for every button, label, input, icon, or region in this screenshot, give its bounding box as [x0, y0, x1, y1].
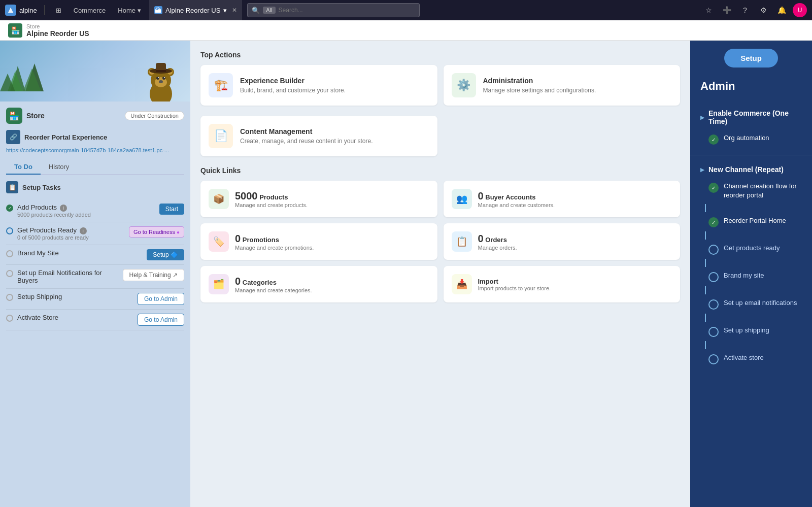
- activate-store-check: [708, 354, 719, 364]
- new-channel-header[interactable]: ▶ New Channel (Repeat): [700, 161, 802, 178]
- administration-card[interactable]: ⚙️ Administration Manage store settings …: [444, 65, 681, 106]
- topbar-actions: ☆ ➕ ? ⚙ 🔔 U: [701, 3, 807, 17]
- banner-mascot: [145, 61, 175, 102]
- help-training-button[interactable]: Help & Training ↗: [123, 269, 184, 281]
- quick-links-grid: 📦 5000 Products Manage and create produc…: [200, 181, 680, 302]
- orders-card[interactable]: 📋 0 Orders Manage orders.: [444, 223, 681, 260]
- add-button[interactable]: ➕: [720, 3, 734, 17]
- experience-builder-desc: Build, brand, and customize your store.: [240, 87, 346, 94]
- store-nav-name: Alpine Reorder US: [26, 29, 89, 38]
- promotions-icon: 🏷️: [209, 231, 229, 252]
- commerce-nav[interactable]: Commerce: [70, 0, 110, 20]
- experience-builder-title: Experience Builder: [240, 77, 346, 85]
- tab-icon: 🏔: [154, 6, 162, 14]
- home-nav[interactable]: Home ▾: [114, 0, 145, 20]
- get-products-info-icon[interactable]: i: [80, 227, 87, 234]
- org-automation-label: Org automation: [724, 133, 769, 143]
- activate-go-admin-button[interactable]: Go to Admin: [138, 314, 184, 326]
- experience-builder-icon: 🏗️: [209, 73, 233, 97]
- task-activate-store: Activate Store Go to Admin: [6, 310, 184, 330]
- top-actions-title: Top Actions: [200, 51, 680, 59]
- set-up-email-label: Set up email notifications: [724, 298, 797, 308]
- promotions-count: 0: [235, 233, 241, 244]
- set-up-email-item: Set up email notifications: [700, 294, 802, 314]
- active-tab[interactable]: 🏔 Alpine Reorder US ▾ ✕: [149, 0, 242, 20]
- set-up-shipping-item: Set up shipping: [700, 322, 802, 341]
- brand-my-site-label: Brand my site: [724, 271, 764, 280]
- search-bar[interactable]: 🔍 All: [247, 3, 420, 17]
- help-button[interactable]: ?: [738, 3, 752, 17]
- brand-setup-button[interactable]: Setup 🔷: [147, 249, 184, 260]
- search-filter[interactable]: All: [263, 7, 275, 14]
- task-email-notifications: Set up Email Notifications for Buyers He…: [6, 265, 184, 289]
- content-management-icon: 📄: [209, 124, 233, 148]
- categories-card[interactable]: 🗂️ 0 Categories Manage and create catego…: [200, 266, 437, 302]
- sidebar-banner: [0, 41, 190, 102]
- admin-title: Admin: [690, 76, 812, 101]
- tab-dropdown: ▾: [223, 7, 227, 14]
- enable-commerce-header[interactable]: ▶ Enable Commerce (One Time): [700, 105, 802, 129]
- brand-my-site-item: Brand my site: [700, 267, 802, 286]
- tab-close-button[interactable]: ✕: [232, 7, 237, 14]
- channel-creation-label: Channel creation flow for reorder portal: [724, 182, 802, 200]
- administration-title: Administration: [483, 77, 596, 85]
- go-to-readiness-button[interactable]: Go to Readiness ●: [129, 226, 184, 238]
- new-channel-label: New Channel (Repeat): [708, 165, 784, 174]
- orders-count: 0: [478, 233, 484, 244]
- grid-icon[interactable]: ⊞: [52, 0, 65, 20]
- setup-tasks-label: Setup Tasks: [22, 184, 61, 191]
- start-button[interactable]: Start: [159, 204, 184, 215]
- org-automation-check: ✓: [708, 134, 719, 145]
- topbar-divider: [44, 5, 45, 15]
- experience-builder-card[interactable]: 🏗️ Experience Builder Build, brand, and …: [200, 65, 437, 106]
- notifications-button[interactable]: 🔔: [774, 3, 789, 17]
- favorites-button[interactable]: ☆: [701, 3, 716, 17]
- promotions-card[interactable]: 🏷️ 0 Promotions Manage and create promot…: [200, 223, 437, 260]
- products-icon: 📦: [209, 189, 229, 209]
- secondary-nav: 🏪 Store Alpine Reorder US: [0, 20, 812, 41]
- user-avatar[interactable]: U: [793, 3, 807, 17]
- main-inner: Top Actions 🏗️ Experience Builder Build,…: [190, 41, 690, 313]
- tab-history[interactable]: History: [41, 160, 77, 175]
- sidebar: 🏪 Store Under Construction 🔗 Reorder Por…: [0, 41, 190, 507]
- import-card[interactable]: 📥 Import Import products to your store.: [444, 266, 681, 302]
- tab-todo[interactable]: To Do: [6, 160, 41, 175]
- setup-tasks-header: 📋 Setup Tasks: [6, 181, 184, 193]
- search-input[interactable]: [279, 7, 416, 14]
- categories-sub: Manage and create categories.: [235, 287, 312, 293]
- svg-point-14: [162, 77, 165, 80]
- reorder-portal-link[interactable]: https://codeceptscomorgmain-18457d7b-184…: [6, 147, 169, 153]
- svg-marker-0: [8, 8, 14, 13]
- reorder-portal-home-item: ✓ Reorder Portal Home: [700, 212, 802, 231]
- categories-count: 0: [235, 276, 241, 287]
- shipping-go-admin-button[interactable]: Go to Admin: [138, 293, 184, 305]
- task-status-activate: [6, 315, 13, 322]
- buyer-accounts-icon: 👥: [452, 189, 472, 209]
- orders-icon: 📋: [452, 231, 472, 252]
- promotions-sub: Manage and create promotions.: [235, 245, 314, 251]
- add-products-info-icon[interactable]: i: [60, 205, 67, 212]
- topbar-nav: ⊞ Commerce Home ▾ 🏔 Alpine Reorder US ▾ …: [52, 0, 243, 20]
- settings-button[interactable]: ⚙: [756, 3, 770, 17]
- svg-rect-20: [156, 70, 166, 72]
- svg-point-15: [158, 77, 159, 78]
- task-add-products: Add Products i 5000 products recently ad…: [6, 199, 184, 222]
- reorder-portal: 🔗 Reorder Portal Experience https://code…: [6, 130, 184, 154]
- org-automation-item: ✓ Org automation: [700, 129, 802, 149]
- administration-desc: Manage store settings and configurations…: [483, 87, 596, 94]
- home-label: Home: [118, 7, 136, 14]
- orders-sub: Manage orders.: [478, 245, 517, 251]
- products-card[interactable]: 📦 5000 Products Manage and create produc…: [200, 181, 437, 217]
- app-logo[interactable]: alpine: [5, 5, 37, 16]
- content-management-card[interactable]: 📄 Content Management Create, manage, and…: [200, 116, 437, 156]
- new-channel-section: ▶ New Channel (Repeat) ✓ Channel creatio…: [690, 157, 812, 373]
- main-content: Top Actions 🏗️ Experience Builder Build,…: [190, 41, 690, 507]
- reorder-portal-icon: 🔗: [6, 130, 20, 144]
- products-count: 5000: [235, 190, 258, 201]
- setup-button[interactable]: Setup: [724, 49, 778, 67]
- buyer-accounts-card[interactable]: 👥 0 Buyer Accounts Manage and create cus…: [444, 181, 681, 217]
- search-icon: 🔍: [252, 7, 260, 14]
- categories-icon: 🗂️: [209, 274, 229, 294]
- new-channel-triangle: ▶: [700, 167, 704, 173]
- svg-point-17: [159, 80, 163, 83]
